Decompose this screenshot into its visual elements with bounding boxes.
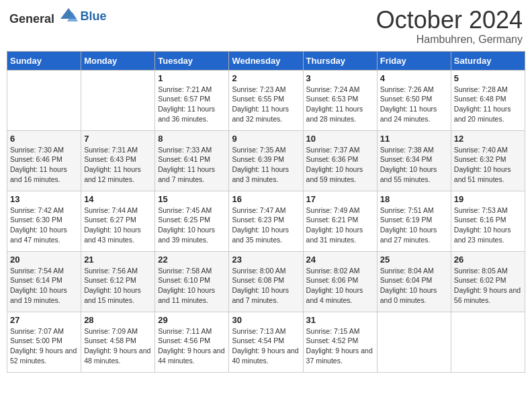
cell-content: Sunrise: 7:56 AMSunset: 6:12 PMDaylight:… [84, 266, 152, 306]
day-number: 2 [232, 73, 300, 83]
day-of-week-header: Sunday [7, 51, 81, 70]
calendar-cell: 11Sunrise: 7:38 AMSunset: 6:34 PMDayligh… [377, 130, 451, 191]
cell-content: Sunrise: 8:04 AMSunset: 6:04 PMDaylight:… [380, 266, 448, 306]
day-number: 27 [10, 315, 78, 325]
logo-icon [59, 7, 78, 23]
calendar-cell: 9Sunrise: 7:35 AMSunset: 6:39 PMDaylight… [229, 130, 303, 191]
cell-content: Sunrise: 7:47 AMSunset: 6:23 PMDaylight:… [232, 205, 300, 245]
cell-content: Sunrise: 7:44 AMSunset: 6:27 PMDaylight:… [84, 205, 152, 245]
calendar-cell: 20Sunrise: 7:54 AMSunset: 6:14 PMDayligh… [7, 251, 81, 312]
calendar-cell: 23Sunrise: 8:00 AMSunset: 6:08 PMDayligh… [229, 251, 303, 312]
cell-content: Sunrise: 7:54 AMSunset: 6:14 PMDaylight:… [10, 266, 78, 306]
day-number: 22 [158, 255, 226, 265]
calendar-cell: 28Sunrise: 7:09 AMSunset: 4:58 PMDayligh… [81, 312, 155, 372]
calendar-cell: 12Sunrise: 7:40 AMSunset: 6:32 PMDayligh… [451, 130, 525, 191]
day-number: 29 [158, 315, 226, 325]
calendar-cell: 6Sunrise: 7:30 AMSunset: 6:46 PMDaylight… [7, 130, 81, 191]
day-number: 5 [454, 73, 522, 83]
calendar-cell: 25Sunrise: 8:04 AMSunset: 6:04 PMDayligh… [377, 251, 451, 312]
cell-content: Sunrise: 7:26 AMSunset: 6:50 PMDaylight:… [380, 85, 448, 124]
calendar-table: SundayMondayTuesdayWednesdayThursdayFrid… [7, 51, 525, 373]
day-number: 1 [158, 73, 226, 83]
cell-content: Sunrise: 7:07 AMSunset: 5:00 PMDaylight:… [10, 326, 78, 366]
logo-general: General [9, 12, 54, 26]
day-number: 17 [306, 194, 374, 204]
day-number: 14 [84, 194, 152, 204]
calendar-cell: 4Sunrise: 7:26 AMSunset: 6:50 PMDaylight… [377, 70, 451, 130]
cell-content: Sunrise: 8:05 AMSunset: 6:02 PMDaylight:… [454, 266, 522, 306]
logo-blue: Blue [81, 9, 107, 24]
day-number: 30 [232, 315, 300, 325]
calendar-cell: 7Sunrise: 7:31 AMSunset: 6:43 PMDaylight… [81, 130, 155, 191]
calendar-cell: 1Sunrise: 7:21 AMSunset: 6:57 PMDaylight… [155, 70, 229, 130]
day-number: 21 [84, 255, 152, 265]
day-number: 6 [10, 134, 78, 144]
day-number: 25 [380, 255, 448, 265]
calendar-cell: 29Sunrise: 7:11 AMSunset: 4:56 PMDayligh… [155, 312, 229, 372]
cell-content: Sunrise: 7:23 AMSunset: 6:55 PMDaylight:… [232, 85, 300, 124]
cell-content: Sunrise: 7:38 AMSunset: 6:34 PMDaylight:… [380, 145, 448, 185]
title-area: October 2024 Hambuhren, Germany [376, 7, 523, 46]
day-number: 31 [306, 315, 374, 325]
location-title: Hambuhren, Germany [376, 34, 523, 46]
day-number: 18 [380, 194, 448, 204]
cell-content: Sunrise: 8:00 AMSunset: 6:08 PMDaylight:… [232, 266, 300, 306]
cell-content: Sunrise: 7:58 AMSunset: 6:10 PMDaylight:… [158, 266, 226, 306]
cell-content: Sunrise: 7:30 AMSunset: 6:46 PMDaylight:… [10, 145, 78, 185]
day-number: 20 [10, 255, 78, 265]
calendar-cell: 31Sunrise: 7:15 AMSunset: 4:52 PMDayligh… [303, 312, 377, 372]
day-number: 23 [232, 255, 300, 265]
cell-content: Sunrise: 7:11 AMSunset: 4:56 PMDaylight:… [158, 326, 226, 366]
day-number: 9 [232, 134, 300, 144]
day-number: 15 [158, 194, 226, 204]
day-of-week-header: Monday [81, 51, 155, 70]
cell-content: Sunrise: 7:21 AMSunset: 6:57 PMDaylight:… [158, 85, 226, 124]
day-number: 24 [306, 255, 374, 265]
calendar-cell: 26Sunrise: 8:05 AMSunset: 6:02 PMDayligh… [451, 251, 525, 312]
calendar-cell: 3Sunrise: 7:24 AMSunset: 6:53 PMDaylight… [303, 70, 377, 130]
cell-content: Sunrise: 7:51 AMSunset: 6:19 PMDaylight:… [380, 205, 448, 245]
cell-content: Sunrise: 7:53 AMSunset: 6:16 PMDaylight:… [454, 205, 522, 245]
cell-content: Sunrise: 7:45 AMSunset: 6:25 PMDaylight:… [158, 205, 226, 245]
cell-content: Sunrise: 7:15 AMSunset: 4:52 PMDaylight:… [306, 326, 374, 366]
calendar-cell: 8Sunrise: 7:33 AMSunset: 6:41 PMDaylight… [155, 130, 229, 191]
cell-content: Sunrise: 7:09 AMSunset: 4:58 PMDaylight:… [84, 326, 152, 366]
cell-content: Sunrise: 7:37 AMSunset: 6:36 PMDaylight:… [306, 145, 374, 185]
calendar-cell: 27Sunrise: 7:07 AMSunset: 5:00 PMDayligh… [7, 312, 81, 372]
calendar-cell: 19Sunrise: 7:53 AMSunset: 6:16 PMDayligh… [451, 191, 525, 251]
calendar-cell: 30Sunrise: 7:13 AMSunset: 4:54 PMDayligh… [229, 312, 303, 372]
cell-content: Sunrise: 7:42 AMSunset: 6:30 PMDaylight:… [10, 205, 78, 245]
calendar-cell: 2Sunrise: 7:23 AMSunset: 6:55 PMDaylight… [229, 70, 303, 130]
day-of-week-header: Tuesday [155, 51, 229, 70]
calendar-cell [7, 70, 81, 130]
day-number: 4 [380, 73, 448, 83]
day-number: 13 [10, 194, 78, 204]
day-number: 8 [158, 134, 226, 144]
calendar-cell: 24Sunrise: 8:02 AMSunset: 6:06 PMDayligh… [303, 251, 377, 312]
calendar-cell: 15Sunrise: 7:45 AMSunset: 6:25 PMDayligh… [155, 191, 229, 251]
day-of-week-header: Friday [377, 51, 451, 70]
day-of-week-header: Thursday [303, 51, 377, 70]
calendar-cell [451, 312, 525, 372]
day-number: 3 [306, 73, 374, 83]
day-number: 11 [380, 134, 448, 144]
cell-content: Sunrise: 7:31 AMSunset: 6:43 PMDaylight:… [84, 145, 152, 185]
day-number: 16 [232, 194, 300, 204]
calendar-cell: 10Sunrise: 7:37 AMSunset: 6:36 PMDayligh… [303, 130, 377, 191]
calendar-cell: 16Sunrise: 7:47 AMSunset: 6:23 PMDayligh… [229, 191, 303, 251]
month-title: October 2024 [376, 7, 523, 34]
calendar-cell: 22Sunrise: 7:58 AMSunset: 6:10 PMDayligh… [155, 251, 229, 312]
calendar-header-row: SundayMondayTuesdayWednesdayThursdayFrid… [7, 51, 525, 70]
calendar-cell: 21Sunrise: 7:56 AMSunset: 6:12 PMDayligh… [81, 251, 155, 312]
cell-content: Sunrise: 7:35 AMSunset: 6:39 PMDaylight:… [232, 145, 300, 185]
calendar-cell [81, 70, 155, 130]
day-number: 7 [84, 134, 152, 144]
day-of-week-header: Saturday [451, 51, 525, 70]
cell-content: Sunrise: 7:13 AMSunset: 4:54 PMDaylight:… [232, 326, 300, 366]
day-of-week-header: Wednesday [229, 51, 303, 70]
calendar-cell: 5Sunrise: 7:28 AMSunset: 6:48 PMDaylight… [451, 70, 525, 130]
cell-content: Sunrise: 7:24 AMSunset: 6:53 PMDaylight:… [306, 85, 374, 124]
page-header: General Blue October 2024 Hambuhren, Ger… [7, 7, 525, 46]
cell-content: Sunrise: 7:40 AMSunset: 6:32 PMDaylight:… [454, 145, 522, 185]
calendar-cell: 17Sunrise: 7:49 AMSunset: 6:21 PMDayligh… [303, 191, 377, 251]
